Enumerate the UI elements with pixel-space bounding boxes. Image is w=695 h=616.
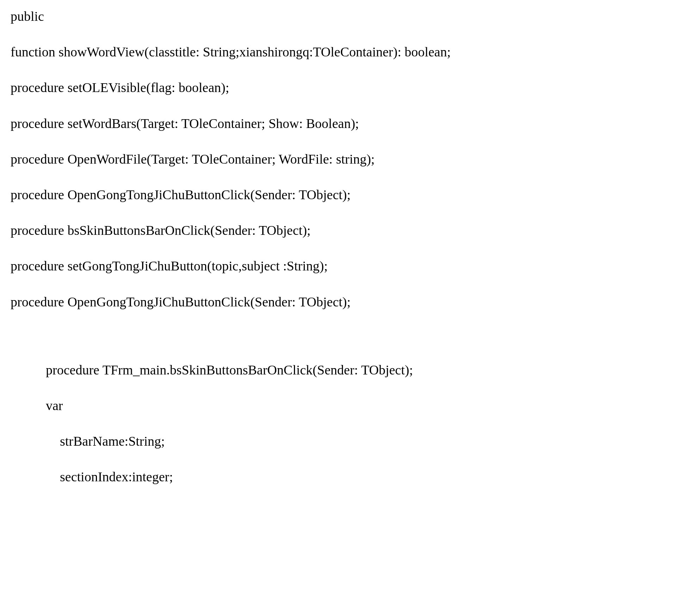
code-line-function-showwordview: function showWordView(classtitle: String…	[11, 43, 684, 61]
code-line-procedure-setwordbars: procedure setWordBars(Target: TOleContai…	[11, 114, 684, 133]
code-line-procedure-tfrm-main: procedure TFrm_main.bsSkinButtonsBarOnCl…	[11, 361, 684, 379]
code-line-sectionindex: sectionIndex:integer;	[11, 468, 684, 486]
code-line-procedure-setgongtongjichubutton: procedure setGongTongJiChuButton(topic,s…	[11, 257, 684, 275]
code-line-var: var	[11, 396, 684, 415]
code-line-procedure-bsskinbuttonsbaronclick: procedure bsSkinButtonsBarOnClick(Sender…	[11, 221, 684, 240]
code-line-strbarname: strBarName:String;	[11, 432, 684, 451]
code-line-procedure-opengongtongjichubuttonclick-1: procedure OpenGongTongJiChuButtonClick(S…	[11, 185, 684, 204]
code-line-procedure-setolevisible: procedure setOLEVisible(flag: boolean);	[11, 78, 684, 97]
code-line-procedure-openwordfile: procedure OpenWordFile(Target: TOleConta…	[11, 150, 684, 169]
code-line-procedure-opengongtongjichubuttonclick-2: procedure OpenGongTongJiChuButtonClick(S…	[11, 293, 684, 311]
code-line-public: public	[11, 7, 684, 26]
